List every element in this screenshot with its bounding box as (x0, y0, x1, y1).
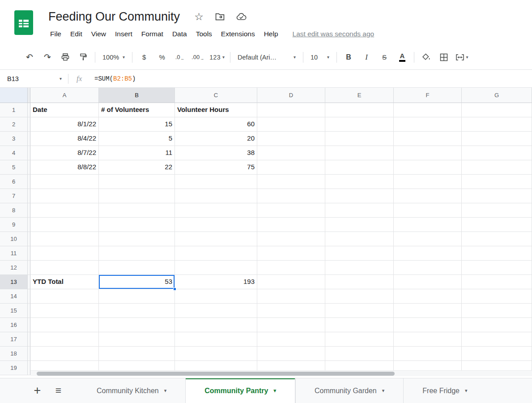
cell-C2[interactable]: 60 (175, 117, 257, 132)
menu-tools[interactable]: Tools (192, 28, 217, 40)
cell-G11[interactable] (462, 246, 532, 261)
cell-D17[interactable] (257, 332, 325, 347)
increase-decimal-button[interactable]: .00 → (189, 51, 207, 64)
format-currency-button[interactable]: $ (135, 51, 153, 64)
row-header-8[interactable]: 8 (0, 203, 28, 218)
row-header-5[interactable]: 5 (0, 160, 28, 175)
horizontal-scrollbar[interactable] (30, 370, 532, 376)
name-box[interactable]: B13 ▾ (0, 70, 68, 87)
row-header-13[interactable]: 13 (0, 275, 28, 289)
cell-F3[interactable] (394, 132, 462, 146)
cell-E11[interactable] (325, 246, 394, 261)
row-header-3[interactable]: 3 (0, 132, 28, 146)
row-header-17[interactable]: 17 (0, 332, 28, 347)
row-header-16[interactable]: 16 (0, 318, 28, 332)
cell-G8[interactable] (462, 203, 532, 218)
column-header-A[interactable]: A (30, 88, 99, 103)
cell-E6[interactable] (325, 175, 394, 189)
column-header-E[interactable]: E (325, 88, 394, 103)
cell-A8[interactable] (30, 203, 99, 218)
format-percent-button[interactable]: % (153, 51, 171, 64)
cell-F14[interactable] (394, 289, 462, 304)
cell-B3[interactable]: 5 (99, 132, 175, 146)
cell-B1[interactable]: # of Volunteers (99, 103, 175, 117)
cell-A15[interactable] (30, 304, 99, 318)
cell-A3[interactable]: 8/4/22 (30, 132, 99, 146)
menu-extensions[interactable]: Extensions (217, 28, 260, 40)
cell-G7[interactable] (462, 189, 532, 203)
cell-D6[interactable] (257, 175, 325, 189)
italic-button[interactable]: I (358, 51, 375, 64)
cell-A5[interactable]: 8/8/22 (30, 160, 99, 175)
cell-C8[interactable] (175, 203, 257, 218)
row-header-9[interactable]: 9 (0, 218, 28, 232)
number-format-menu[interactable]: 123 ▾ (207, 51, 227, 64)
column-header-B[interactable]: B (99, 88, 175, 103)
cell-A9[interactable] (30, 218, 99, 232)
menu-format[interactable]: Format (137, 28, 168, 40)
cell-G15[interactable] (462, 304, 532, 318)
cell-E12[interactable] (325, 261, 394, 275)
cell-B15[interactable] (99, 304, 175, 318)
row-header-4[interactable]: 4 (0, 146, 28, 160)
cell-C5[interactable]: 75 (175, 160, 257, 175)
cell-D12[interactable] (257, 261, 325, 275)
cell-B14[interactable] (99, 289, 175, 304)
chevron-down-icon[interactable]: ▾ (274, 388, 277, 393)
cell-B6[interactable] (99, 175, 175, 189)
cell-F9[interactable] (394, 218, 462, 232)
cell-D3[interactable] (257, 132, 325, 146)
cell-E13[interactable] (325, 275, 394, 289)
cell-C6[interactable] (175, 175, 257, 189)
bold-button[interactable]: B (340, 51, 358, 64)
cell-A10[interactable] (30, 232, 99, 246)
column-header-F[interactable]: F (394, 88, 462, 103)
cell-C12[interactable] (175, 261, 257, 275)
cell-F18[interactable] (394, 347, 462, 361)
cell-B7[interactable] (99, 189, 175, 203)
cell-E17[interactable] (325, 332, 394, 347)
row-header-19[interactable]: 19 (0, 361, 28, 375)
cell-A2[interactable]: 8/1/22 (30, 117, 99, 132)
cell-C18[interactable] (175, 347, 257, 361)
cell-B18[interactable] (99, 347, 175, 361)
cell-F8[interactable] (394, 203, 462, 218)
cell-D14[interactable] (257, 289, 325, 304)
cell-B13[interactable]: 53 (99, 275, 175, 289)
cell-F5[interactable] (394, 160, 462, 175)
formula-input[interactable]: =SUM(B2:B5) (94, 75, 532, 82)
undo-button[interactable]: ↶ (21, 51, 38, 64)
cell-E5[interactable] (325, 160, 394, 175)
cell-D15[interactable] (257, 304, 325, 318)
cell-D1[interactable] (257, 103, 325, 117)
row-header-15[interactable]: 15 (0, 304, 28, 318)
cell-G13[interactable] (462, 275, 532, 289)
chevron-down-icon[interactable]: ▾ (164, 388, 167, 393)
cell-C1[interactable]: Volunteer Hours (175, 103, 257, 117)
cell-F16[interactable] (394, 318, 462, 332)
cell-D18[interactable] (257, 347, 325, 361)
cell-C14[interactable] (175, 289, 257, 304)
cell-B5[interactable]: 22 (99, 160, 175, 175)
menu-insert[interactable]: Insert (111, 28, 137, 40)
star-icon[interactable]: ☆ (194, 12, 204, 22)
cell-E3[interactable] (325, 132, 394, 146)
column-header-C[interactable]: C (175, 88, 257, 103)
row-header-14[interactable]: 14 (0, 289, 28, 304)
cell-G9[interactable] (462, 218, 532, 232)
cell-B2[interactable]: 15 (99, 117, 175, 132)
cell-F12[interactable] (394, 261, 462, 275)
cell-A13[interactable]: YTD Total (30, 275, 99, 289)
cell-A6[interactable] (30, 175, 99, 189)
font-family-select[interactable]: Default (Ari… ▾ (233, 51, 300, 64)
row-header-18[interactable]: 18 (0, 347, 28, 361)
cell-C7[interactable] (175, 189, 257, 203)
cell-F17[interactable] (394, 332, 462, 347)
cell-D16[interactable] (257, 318, 325, 332)
cell-F13[interactable] (394, 275, 462, 289)
cell-A18[interactable] (30, 347, 99, 361)
cell-C15[interactable] (175, 304, 257, 318)
zoom-select[interactable]: 100% ▾ (98, 51, 129, 64)
cell-B9[interactable] (99, 218, 175, 232)
cell-D7[interactable] (257, 189, 325, 203)
